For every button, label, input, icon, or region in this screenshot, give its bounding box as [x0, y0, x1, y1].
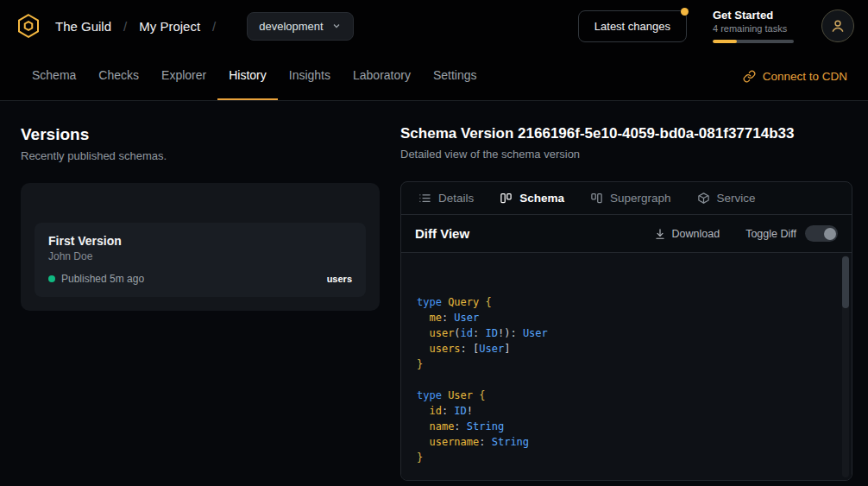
- latest-changes-label: Latest changes: [594, 20, 670, 33]
- app-logo-icon[interactable]: [14, 11, 43, 41]
- code-line: username: String: [417, 434, 836, 450]
- code-line: name: String: [417, 419, 836, 434]
- latest-changes-button[interactable]: Latest changes: [578, 10, 687, 42]
- tab-service[interactable]: Service: [697, 192, 756, 205]
- tab-insights[interactable]: Insights: [278, 52, 342, 100]
- download-button[interactable]: Download: [654, 228, 720, 240]
- version-status: Published 5m ago: [61, 273, 144, 285]
- get-started-progress: [713, 40, 794, 43]
- code-line: users: [User]: [417, 341, 836, 357]
- breadcrumb-separator: /: [123, 19, 127, 34]
- code-line: type User {: [417, 388, 836, 403]
- schema-icon: [500, 192, 513, 205]
- breadcrumb-project[interactable]: My Project: [139, 19, 200, 34]
- target-selector-value: development: [259, 20, 323, 33]
- toggle-diff-switch[interactable]: [805, 225, 838, 242]
- toggle-diff-label: Toggle Diff: [745, 228, 796, 240]
- tab-supergraph[interactable]: Supergraph: [590, 192, 671, 205]
- versions-subtitle: Recently published schemas.: [21, 149, 380, 162]
- tab-schema-label: Schema: [519, 192, 564, 205]
- code-line: }: [417, 450, 836, 465]
- tab-settings[interactable]: Settings: [422, 52, 488, 100]
- main-nav: Schema Checks Explorer History Insights …: [0, 52, 868, 101]
- version-service-badge: users: [327, 274, 352, 284]
- notification-dot: [681, 8, 689, 16]
- progress-fill: [713, 40, 737, 43]
- tab-laboratory[interactable]: Laboratory: [342, 52, 422, 100]
- top-header: The Guild / My Project / development Lat…: [0, 0, 868, 52]
- detail-tab-bar: Details Schema Supergraph: [401, 182, 852, 215]
- version-detail-column: Schema Version 2166196f-5e10-4059-bd0a-0…: [400, 125, 852, 486]
- target-selector[interactable]: development: [247, 12, 353, 41]
- user-avatar[interactable]: [821, 9, 854, 42]
- schema-version-subtitle: Detailed view of the schema version: [400, 148, 852, 161]
- published-status-icon: [48, 275, 55, 282]
- code-line: user(id: ID!): User: [417, 325, 836, 341]
- code-line: [417, 372, 836, 388]
- version-name: First Version: [48, 234, 352, 248]
- tab-explorer[interactable]: Explorer: [150, 52, 217, 100]
- get-started-subtitle: 4 remaining tasks: [713, 23, 794, 34]
- versions-column: Versions Recently published schemas. Fir…: [21, 125, 380, 486]
- versions-card: First Version John Doe Published 5m ago …: [21, 183, 380, 311]
- list-icon: [418, 192, 431, 205]
- breadcrumb-org[interactable]: The Guild: [55, 19, 111, 34]
- person-icon: [829, 17, 846, 35]
- download-icon: [654, 228, 666, 240]
- supergraph-icon: [590, 192, 603, 205]
- tab-history[interactable]: History: [217, 52, 278, 100]
- tab-supergraph-label: Supergraph: [610, 192, 671, 205]
- diff-view-title: Diff View: [415, 226, 469, 241]
- tab-schema[interactable]: Schema: [21, 52, 87, 100]
- breadcrumb-separator: /: [212, 19, 216, 34]
- code-line: }: [417, 357, 836, 372]
- versions-title: Versions: [21, 125, 380, 144]
- connect-to-cdn-link[interactable]: Connect to CDN: [743, 52, 847, 100]
- main-content: Versions Recently published schemas. Fir…: [0, 101, 868, 486]
- link-icon: [743, 70, 756, 83]
- version-list-item[interactable]: First Version John Doe Published 5m ago …: [35, 223, 366, 297]
- editor-scrollbar-thumb[interactable]: [842, 256, 849, 308]
- get-started-widget[interactable]: Get Started 4 remaining tasks: [713, 9, 794, 43]
- code-content: type Query { me: User user(id: ID!): Use…: [417, 294, 836, 465]
- schema-version-title: Schema Version 2166196f-5e10-4059-bd0a-0…: [400, 125, 852, 142]
- code-line: id: ID!: [417, 403, 836, 419]
- tab-schema-detail[interactable]: Schema: [500, 192, 564, 205]
- tab-details[interactable]: Details: [418, 192, 474, 205]
- tab-service-label: Service: [717, 192, 756, 205]
- service-icon: [697, 192, 710, 205]
- code-line: me: User: [417, 310, 836, 325]
- diff-view-header: Diff View Download Toggle Diff: [401, 215, 852, 253]
- get-started-title: Get Started: [713, 9, 794, 22]
- tab-details-label: Details: [438, 192, 474, 205]
- chevron-down-icon: [331, 21, 342, 31]
- tab-checks[interactable]: Checks: [87, 52, 150, 100]
- page: The Guild / My Project / development Lat…: [0, 0, 868, 486]
- schema-code-editor[interactable]: type Query { me: User user(id: ID!): Use…: [401, 253, 852, 480]
- version-author: John Doe: [48, 250, 352, 262]
- connect-to-cdn-label: Connect to CDN: [763, 70, 847, 83]
- toggle-knob: [824, 228, 836, 240]
- download-label: Download: [672, 228, 720, 240]
- schema-version-panel: Details Schema Supergraph: [400, 181, 852, 481]
- code-line: type Query {: [417, 294, 836, 310]
